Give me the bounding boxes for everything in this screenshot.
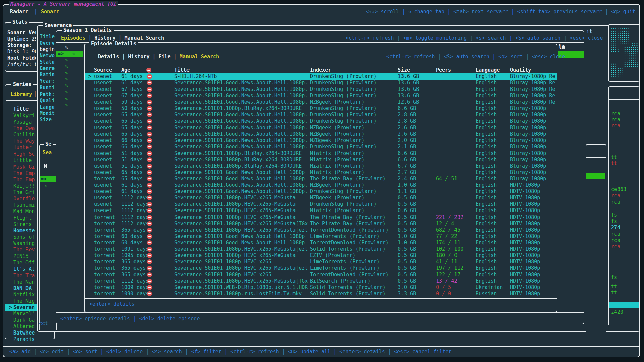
table-row[interactable]: torrent1112 daysSeverance.S01E01.1080p.H…: [85, 278, 557, 284]
table-row[interactable]: torrent1095 daysSeverance S01E01 1080p H…: [85, 252, 557, 259]
col-quality[interactable]: Quality: [510, 67, 531, 73]
tab-manual-search[interactable]: Manual Search: [180, 54, 219, 60]
series-item[interactable]: The Nan: [13, 279, 35, 285]
series-item[interactable]: Netflix: [13, 292, 35, 298]
table-row[interactable]: usenet61 daysSeverance.S01E01.Good.News.…: [85, 182, 557, 188]
series-item[interactable]: Homeste: [13, 228, 35, 234]
tab-details[interactable]: Details: [98, 54, 119, 60]
table-row[interactable]: usenet1112 daysSeverance.S01E01.1080p.HE…: [85, 207, 557, 214]
series-item[interactable]: Overflo: [13, 196, 35, 202]
col-age[interactable]: Age: [121, 67, 130, 73]
cell-indexer: TorrentDownload (Prowlarr): [310, 272, 396, 278]
series-item[interactable]: Tsunami: [13, 202, 35, 208]
table-row[interactable]: torrent365 daysSeverance S01E01 1080p HE…: [85, 227, 557, 233]
series-item[interactable]: The Emp: [13, 170, 35, 177]
series-item[interactable]: The Qwa: [13, 125, 35, 132]
series-item[interactable]: Dark Ga: [13, 317, 35, 323]
table-row[interactable]: torrent1009 daysSeverance.S01E01.WEB-DLR…: [85, 284, 557, 291]
table-row[interactable]: usenet66 daysSeverance.S01E01.Good.News.…: [85, 144, 557, 150]
cell-size: 2.7 GB: [398, 169, 428, 176]
col-size[interactable]: Size: [398, 67, 410, 73]
table-row[interactable]: usenet51 daysSeverance.S01E01.1080p.BluR…: [85, 157, 557, 163]
table-row[interactable]: usenet67 daysSeverance.S01E01.Good.News.…: [85, 93, 557, 99]
cell-title: Severance.S01E01.1080p.rus.LostFilm.TV.m…: [174, 291, 309, 297]
series-item[interactable]: Hunter: [13, 144, 35, 151]
cell-source: torrent: [94, 176, 121, 182]
tab-episodes[interactable]: Episodes: [61, 35, 85, 41]
series-item[interactable]: The Tra: [13, 273, 35, 279]
series-item[interactable]: The Way: [13, 138, 35, 144]
cell-size: 13.6 GB: [398, 86, 428, 93]
table-row[interactable]: torrent365 daysSeverance S01E01 1080p HE…: [85, 259, 557, 265]
series-item[interactable]: Sons of: [13, 234, 35, 240]
col-language[interactable]: Language: [476, 67, 500, 73]
table-row[interactable]: usenet65 daysSeverance.S01E01.Good.News.…: [85, 112, 557, 118]
table-row[interactable]: torrent1090 daysSeverance.S01E01.1080p.r…: [85, 291, 557, 297]
col-indexer[interactable]: Indexer: [310, 67, 331, 73]
series-item[interactable]: Mask Gi: [13, 164, 35, 170]
series-item[interactable]: Paradis: [13, 336, 35, 343]
table-row[interactable]: usenet65 daysSeverance S01E01 Good News …: [85, 169, 557, 176]
tab-file[interactable]: File: [159, 54, 171, 60]
tab-history[interactable]: History: [128, 54, 149, 60]
table-row[interactable]: torrent65 daysSeverance S01E01 Good News…: [85, 176, 557, 182]
table-row[interactable]: usenet51 daysSeverance.S01E01.1080p.BluR…: [85, 150, 557, 157]
series-item[interactable]: The Emp: [13, 177, 35, 183]
series-item[interactable]: Sirens: [13, 221, 35, 228]
table-row[interactable]: usenet1112 daysSeverance.S01E01.1080p.HE…: [85, 201, 557, 207]
table-row[interactable]: usenet65 daysSeverance.S01E01.Good.News.…: [85, 131, 557, 137]
table-row[interactable]: usenet67 daysSeverance.S01E01.Good.News.…: [85, 86, 557, 93]
table-row[interactable]: usenet50 daysSeverance.S01E01.1080p.BluR…: [85, 105, 557, 112]
cell-language: English: [476, 265, 508, 272]
table-row[interactable]: usenet51 daysSeverance.S01E01.1080p.BluR…: [85, 163, 557, 169]
series-item[interactable]: Chillin: [13, 132, 35, 138]
table-row[interactable]: usenet65 daysSeverance.S01E01.Good.News.…: [85, 118, 557, 124]
table-row[interactable]: torrent365 daysSeverance S01E01 1080p HE…: [85, 272, 557, 278]
table-row[interactable]: torrent60 daysSeverance S01E01 Good News…: [85, 240, 557, 246]
rejected-icon: [147, 259, 152, 264]
series-item[interactable]: Keijo!!: [13, 183, 35, 189]
series-item[interactable]: Marvel': [13, 311, 35, 317]
cell-language: English: [476, 80, 508, 86]
series-item[interactable]: Batwhee: [13, 330, 35, 336]
series-item[interactable]: The Rev: [13, 247, 35, 253]
series-item[interactable]: Altered: [13, 323, 35, 330]
table-row[interactable]: usenet61 daysSeverance.S01E01.Good.News.…: [85, 80, 557, 86]
series-tab-library[interactable]: Library: [11, 91, 32, 98]
table-row[interactable]: usenet1112 daysSeverance.S01E01.1080p.HE…: [85, 195, 557, 201]
cell-title: Severance.S01E01.1080p.HEVC.x265-MeGusta…: [174, 221, 309, 227]
right-info-divider: [609, 99, 639, 100]
cell-title: Severance S01E01 1080p HEVC x265 MeGusta…: [174, 227, 309, 233]
series-item[interactable]: It's Al: [13, 266, 35, 273]
series-item[interactable]: High Sc: [13, 151, 35, 157]
table-row[interactable]: usenet65 daysSeverance.S01E01.Good.News.…: [85, 125, 557, 131]
table-row[interactable]: torrent1112 daysSeverance S01E01 1080p H…: [85, 214, 557, 221]
table-row[interactable]: usenet66 daysSeverance.S01E01.Good.News.…: [85, 137, 557, 144]
table-row[interactable]: torrent365 daysSeverance S01E01 1080p HE…: [85, 265, 557, 272]
series-item[interactable]: Little: [13, 157, 35, 164]
col-title[interactable]: Title: [174, 67, 190, 73]
tab-radarr[interactable]: Radarr: [10, 9, 28, 15]
table-row[interactable]: torrent1091 daysSeverance.S01E01.1080p.H…: [85, 246, 557, 252]
table-row[interactable]: usenet61 daysSeverance.S01E01.Good.News.…: [85, 188, 557, 195]
series-item[interactable]: PEN15: [13, 253, 35, 260]
series-item[interactable]: The Off: [13, 260, 35, 266]
series-item[interactable]: Washing: [13, 240, 35, 247]
col-peers[interactable]: Peers: [436, 67, 451, 73]
series-item[interactable]: Yosuga: [13, 119, 35, 125]
series-item[interactable]: The Gri: [13, 189, 35, 196]
series-item[interactable]: The Nig: [13, 298, 35, 304]
series-item[interactable]: Flight: [13, 215, 35, 221]
series-item[interactable]: Mad Men: [13, 208, 35, 215]
seasons-box-tab-fragment[interactable]: Sea: [43, 149, 52, 156]
tab-sonarr[interactable]: Sonarr: [41, 9, 59, 15]
series-item[interactable]: Valkyri: [13, 113, 35, 119]
col-source[interactable]: Source: [94, 67, 112, 73]
table-row[interactable]: usenet59 daysSeverance.S01E01.Good.News.…: [85, 99, 557, 105]
table-row[interactable]: torrent60 daysSeverance S01E01 Good News…: [85, 233, 557, 240]
series-item[interactable]: DAN DA: [13, 285, 35, 292]
table-row[interactable]: =>usenet61 daysS-HD.H.264-NTbDrunkenSlug…: [85, 73, 557, 80]
cell-indexer: BitSearch (Prowlarr): [310, 278, 396, 284]
table-row[interactable]: torrent1112 daysSeverance.S01E01.1080p.H…: [85, 221, 557, 227]
series-item[interactable]: Severan: [13, 304, 35, 311]
